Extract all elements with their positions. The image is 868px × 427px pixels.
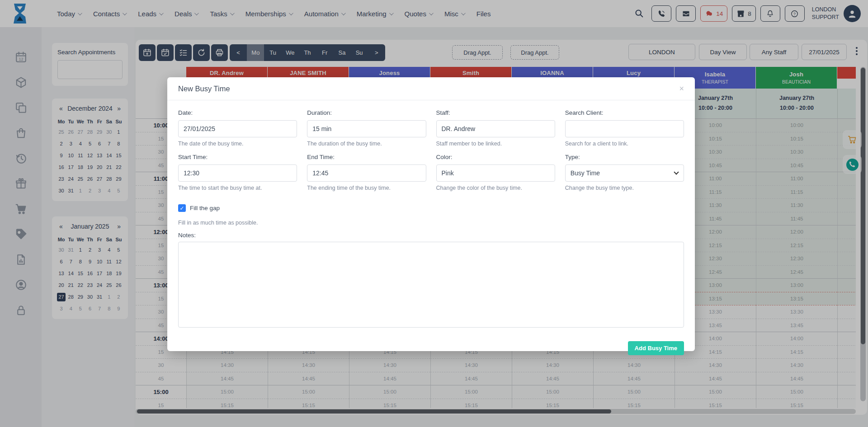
field-helper: Change the busy time type.: [565, 185, 684, 191]
modal-field: Color:Change the color of the busy time.: [436, 154, 555, 198]
new-busy-time-modal: New Busy Time × Date:The date of the bus…: [167, 77, 695, 351]
add-busy-time-button[interactable]: Add Busy Time: [628, 341, 684, 355]
modal-field: Staff:Staff member to be linked.: [436, 109, 555, 154]
fill-the-gap-checkbox[interactable]: ✓: [178, 204, 186, 212]
fill-the-gap-row: ✓ Fill the gap: [178, 204, 684, 212]
field-label: End Time:: [307, 154, 426, 160]
field-helper: The ending time of the busy time.: [307, 185, 426, 191]
field-helper: Change the color of the busy time.: [436, 185, 555, 191]
field-label: Date:: [178, 109, 297, 116]
color-field[interactable]: [436, 164, 555, 182]
fill-the-gap-label: Fill the gap: [190, 205, 220, 211]
modal-field: Duration:The duration of the busy time.: [307, 109, 426, 154]
fill-the-gap-helper: Fill in as much time as possible.: [178, 220, 684, 226]
field-helper: The time to start the busy time at.: [178, 185, 297, 191]
start-time-field[interactable]: [178, 164, 297, 182]
modal-field: End Time:The ending time of the busy tim…: [307, 154, 426, 198]
field-label: Color:: [436, 154, 555, 160]
modal-field: Type:Busy TimeChange the busy time type.: [565, 154, 684, 198]
notes-textarea[interactable]: [178, 242, 684, 328]
field-helper: The duration of the busy time.: [307, 141, 426, 147]
field-helper: The date of the busy time.: [178, 141, 297, 147]
type-select[interactable]: Busy Time: [565, 164, 684, 182]
field-helper: Staff member to be linked.: [436, 141, 555, 147]
modal-fields: Date:The date of the busy time.Duration:…: [178, 109, 684, 198]
end-time-field[interactable]: [307, 164, 426, 182]
modal-footer: Add Busy Time: [167, 329, 695, 355]
field-label: Duration:: [307, 109, 426, 116]
modal-field: Search Client:Search for a client to lin…: [565, 109, 684, 154]
modal-field: Start Time:The time to start the busy ti…: [178, 154, 297, 198]
duration-field[interactable]: [307, 120, 426, 137]
field-label: Start Time:: [178, 154, 297, 160]
date-field[interactable]: [178, 120, 297, 137]
select-wrap: Busy Time: [565, 164, 684, 182]
field-label: Type:: [565, 154, 684, 160]
staff-field[interactable]: [436, 120, 555, 137]
search-client-field[interactable]: [565, 120, 684, 137]
close-icon[interactable]: ×: [679, 84, 684, 93]
modal-title: New Busy Time: [178, 84, 230, 93]
notes-label: Notes:: [178, 232, 684, 239]
field-label: Search Client:: [565, 109, 684, 116]
field-label: Staff:: [436, 109, 555, 116]
modal-body: Date:The date of the busy time.Duration:…: [167, 100, 695, 329]
field-helper: Search for a client to link.: [565, 141, 684, 147]
modal-header: New Busy Time ×: [167, 77, 695, 100]
modal-field: Date:The date of the busy time.: [178, 109, 297, 154]
